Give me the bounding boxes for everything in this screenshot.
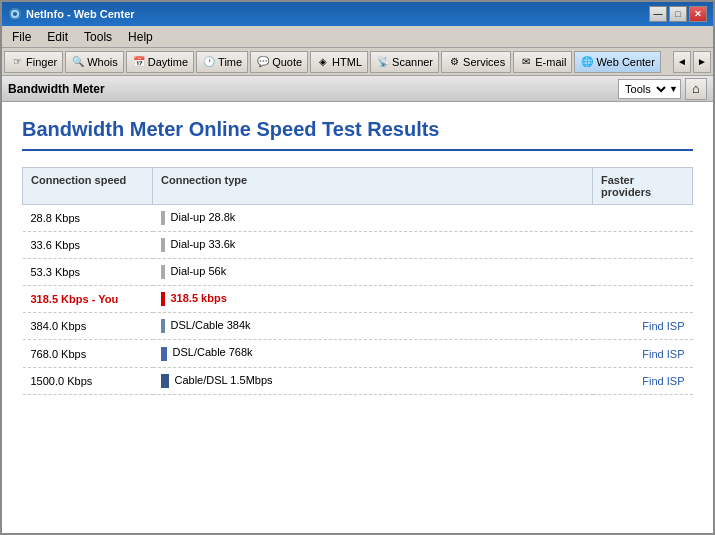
toolbar-services[interactable]: ⚙ Services — [441, 51, 511, 73]
connection-bar-icon — [161, 374, 169, 388]
cell-type: Cable/DSL 1.5Mbps — [153, 367, 593, 394]
table-row: 384.0 KbpsDSL/Cable 384kFind ISP — [23, 313, 693, 340]
daytime-label: Daytime — [148, 56, 188, 68]
menu-bar: File Edit Tools Help — [2, 26, 713, 48]
cell-speed: 53.3 Kbps — [23, 259, 153, 286]
title-bar-left: NetInfo - Web Center — [8, 7, 135, 21]
table-row: 768.0 KbpsDSL/Cable 768kFind ISP — [23, 340, 693, 367]
menu-tools[interactable]: Tools — [76, 28, 120, 46]
tools-dropdown[interactable]: Tools ▼ — [618, 79, 681, 99]
whois-icon: 🔍 — [71, 55, 85, 69]
toolbar-whois[interactable]: 🔍 Whois — [65, 51, 124, 73]
table-row: 53.3 KbpsDial-up 56k — [23, 259, 693, 286]
app-icon — [8, 7, 22, 21]
connection-bar-icon — [161, 319, 165, 333]
maximize-button[interactable]: □ — [669, 6, 687, 22]
toolbar-email[interactable]: ✉ E-mail — [513, 51, 572, 73]
home-button[interactable]: ⌂ — [685, 78, 707, 100]
cell-faster[interactable]: Find ISP — [593, 340, 693, 367]
toolbar-quote[interactable]: 💬 Quote — [250, 51, 308, 73]
quote-label: Quote — [272, 56, 302, 68]
main-window: NetInfo - Web Center — □ ✕ File Edit Too… — [0, 0, 715, 535]
scanner-icon: 📡 — [376, 55, 390, 69]
webcenter-label: Web Center — [596, 56, 655, 68]
html-label: HTML — [332, 56, 362, 68]
panel-tools: Tools ▼ ⌂ — [618, 78, 707, 100]
toolbar-daytime[interactable]: 📅 Daytime — [126, 51, 194, 73]
cell-speed: 28.8 Kbps — [23, 205, 153, 232]
finger-label: Finger — [26, 56, 57, 68]
toolbar-webcenter[interactable]: 🌐 Web Center — [574, 51, 661, 73]
cell-type: 318.5 kbps — [153, 286, 593, 313]
connection-bar-icon — [161, 238, 165, 252]
menu-file[interactable]: File — [4, 28, 39, 46]
cell-type: Dial-up 56k — [153, 259, 593, 286]
nav-prev-button[interactable]: ◄ — [673, 51, 691, 73]
table-row: 1500.0 KbpsCable/DSL 1.5MbpsFind ISP — [23, 367, 693, 394]
cell-speed: 318.5 Kbps - You — [23, 286, 153, 313]
toolbar-nav: ◄ ► — [673, 51, 711, 73]
menu-help[interactable]: Help — [120, 28, 161, 46]
speed-table: Connection speed Connection type Faster … — [22, 167, 693, 395]
finger-icon: ☞ — [10, 55, 24, 69]
col-header-type: Connection type — [153, 168, 593, 205]
html-icon: ◈ — [316, 55, 330, 69]
cell-type: Dial-up 33.6k — [153, 232, 593, 259]
cell-faster — [593, 259, 693, 286]
menu-edit[interactable]: Edit — [39, 28, 76, 46]
svg-point-1 — [13, 12, 17, 16]
col-header-speed: Connection speed — [23, 168, 153, 205]
email-label: E-mail — [535, 56, 566, 68]
cell-speed: 33.6 Kbps — [23, 232, 153, 259]
email-icon: ✉ — [519, 55, 533, 69]
toolbar-time[interactable]: 🕐 Time — [196, 51, 248, 73]
minimize-button[interactable]: — — [649, 6, 667, 22]
close-button[interactable]: ✕ — [689, 6, 707, 22]
cell-type: Dial-up 28.8k — [153, 205, 593, 232]
tools-select[interactable]: Tools — [619, 82, 669, 96]
cell-faster — [593, 232, 693, 259]
whois-label: Whois — [87, 56, 118, 68]
page-title: Bandwidth Meter Online Speed Test Result… — [22, 118, 693, 151]
cell-speed: 1500.0 Kbps — [23, 367, 153, 394]
content-area: Bandwidth Meter Online Speed Test Result… — [2, 102, 713, 533]
toolbar: ☞ Finger 🔍 Whois 📅 Daytime 🕐 Time 💬 Quot… — [2, 48, 713, 76]
toolbar-finger[interactable]: ☞ Finger — [4, 51, 63, 73]
cell-faster — [593, 286, 693, 313]
title-bar: NetInfo - Web Center — □ ✕ — [2, 2, 713, 26]
services-icon: ⚙ — [447, 55, 461, 69]
table-row: 33.6 KbpsDial-up 33.6k — [23, 232, 693, 259]
cell-type: DSL/Cable 384k — [153, 313, 593, 340]
col-header-faster: Faster providers — [593, 168, 693, 205]
panel-title: Bandwidth Meter — [8, 82, 105, 96]
quote-icon: 💬 — [256, 55, 270, 69]
toolbar-html[interactable]: ◈ HTML — [310, 51, 368, 73]
cell-faster[interactable]: Find ISP — [593, 313, 693, 340]
connection-bar-icon — [161, 347, 167, 361]
table-row: 318.5 Kbps - You318.5 kbps — [23, 286, 693, 313]
webcenter-icon: 🌐 — [580, 55, 594, 69]
connection-bar-icon — [161, 292, 165, 306]
table-row: 28.8 KbpsDial-up 28.8k — [23, 205, 693, 232]
nav-next-button[interactable]: ► — [693, 51, 711, 73]
time-icon: 🕐 — [202, 55, 216, 69]
services-label: Services — [463, 56, 505, 68]
connection-bar-icon — [161, 211, 165, 225]
panel-header: Bandwidth Meter Tools ▼ ⌂ — [2, 76, 713, 102]
connection-bar-icon — [161, 265, 165, 279]
dropdown-arrow-icon: ▼ — [669, 84, 680, 94]
title-buttons: — □ ✕ — [649, 6, 707, 22]
cell-type: DSL/Cable 768k — [153, 340, 593, 367]
scanner-label: Scanner — [392, 56, 433, 68]
time-label: Time — [218, 56, 242, 68]
window-title: NetInfo - Web Center — [26, 8, 135, 20]
daytime-icon: 📅 — [132, 55, 146, 69]
cell-faster — [593, 205, 693, 232]
toolbar-scanner[interactable]: 📡 Scanner — [370, 51, 439, 73]
cell-speed: 768.0 Kbps — [23, 340, 153, 367]
cell-speed: 384.0 Kbps — [23, 313, 153, 340]
cell-faster[interactable]: Find ISP — [593, 367, 693, 394]
